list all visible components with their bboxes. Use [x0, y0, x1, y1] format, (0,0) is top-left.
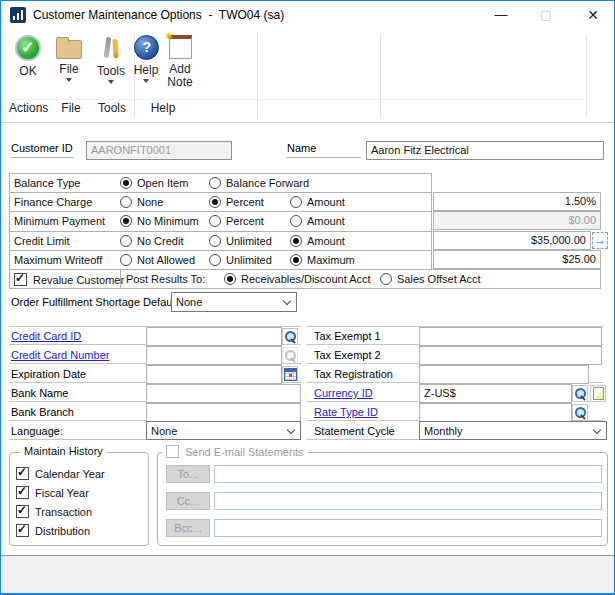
minimize-button[interactable]: — — [485, 1, 517, 29]
fiscal-year-checkbox[interactable]: Fiscal Year — [16, 486, 89, 499]
tools-icon — [98, 35, 124, 61]
expiration-date-field[interactable] — [146, 365, 282, 384]
statement-cycle-label: Statement Cycle — [314, 425, 395, 437]
calendar-year-checkbox[interactable]: Calendar Year — [16, 467, 105, 480]
checkbox-icon — [16, 505, 29, 518]
radio-label: Maximum — [307, 254, 355, 266]
radio-receivables-discount-acct[interactable]: Receivables/Discount Acct — [224, 273, 371, 285]
tax-exempt-2-label: Tax Exempt 2 — [314, 349, 381, 361]
customer-id-field[interactable]: AARONFIT0001 — [86, 141, 232, 160]
radio-sales-offset-acct[interactable]: Sales Offset Acct — [380, 273, 481, 285]
radio-label: Amount — [307, 235, 345, 247]
note-icon — [169, 35, 192, 59]
checkbox-icon — [166, 445, 179, 458]
lookup-icon — [283, 329, 297, 344]
add-note-label-line2: Note — [158, 76, 202, 89]
radio-open-item[interactable]: Open Item — [120, 177, 188, 189]
rate-type-id-link[interactable]: Rate Type ID — [314, 406, 378, 418]
credit-limit-value[interactable]: $35,000.00 — [433, 231, 591, 250]
checkbox-icon — [14, 273, 27, 286]
currency-id-link[interactable]: Currency ID — [314, 387, 373, 399]
language-label: Language: — [11, 425, 63, 437]
currency-id-field[interactable]: Z-US$ — [419, 384, 572, 403]
credit-card-id-lookup-button[interactable] — [282, 328, 298, 345]
tools-button[interactable]: Tools — [90, 35, 132, 84]
radio-icon — [120, 235, 132, 247]
checkbox-icon — [16, 467, 29, 480]
window-title: Customer Maintenance Options - TWO04 (sa… — [33, 8, 284, 22]
close-button[interactable]: ✕ — [577, 1, 609, 29]
radio-no-minimum[interactable]: No Minimum — [120, 215, 199, 227]
radio-amount[interactable]: Amount — [290, 235, 345, 247]
tax-exempt-2-field[interactable] — [419, 346, 602, 365]
currency-id-note-button[interactable] — [590, 385, 606, 402]
maximum-writeoff-row: Maximum Writeoff Not Allowed Unlimited M… — [10, 251, 431, 270]
radio-percent[interactable]: Percent — [209, 196, 264, 208]
radio-icon — [380, 273, 392, 285]
radio-balance-forward[interactable]: Balance Forward — [209, 177, 309, 189]
ok-button[interactable]: OK — [7, 35, 49, 78]
dropdown-value: None — [176, 296, 202, 308]
radio-not-allowed[interactable]: Not Allowed — [120, 254, 195, 266]
bank-branch-field[interactable] — [146, 403, 301, 422]
file-dropdown-arrow-icon — [66, 78, 72, 82]
add-note-button[interactable]: Add Note — [158, 35, 202, 89]
tools-button-label: Tools — [90, 65, 132, 78]
statement-cycle-dropdown[interactable]: Monthly — [419, 421, 607, 440]
bank-name-label: Bank Name — [11, 387, 68, 399]
rate-type-id-field[interactable] — [419, 403, 572, 422]
radio-icon — [209, 235, 221, 247]
finance-charge-value[interactable]: 1.50% — [433, 192, 601, 211]
checkbox-label: Transaction — [35, 506, 92, 518]
revalue-customer-checkbox[interactable]: Revalue Customer — [14, 273, 124, 286]
name-field[interactable]: Aaron Fitz Electrical — [366, 141, 604, 160]
cc-field — [214, 492, 602, 510]
radio-icon — [120, 215, 132, 227]
file-button[interactable]: File — [48, 35, 90, 82]
radio-label: Sales Offset Acct — [397, 273, 481, 285]
radio-icon — [290, 215, 302, 227]
radio-no-credit[interactable]: No Credit — [120, 235, 183, 247]
radio-amount[interactable]: Amount — [290, 196, 345, 208]
bank-name-field[interactable] — [146, 384, 301, 403]
revalue-label: Revalue Customer — [33, 274, 124, 286]
currency-id-lookup-button[interactable] — [572, 385, 588, 402]
language-dropdown[interactable]: None — [146, 421, 301, 440]
radio-unlimited[interactable]: Unlimited — [209, 254, 272, 266]
radio-label: None — [137, 196, 163, 208]
radio-icon — [290, 254, 302, 266]
cc-button: Cc... — [166, 492, 210, 510]
send-email-statements-checkbox: Send E-mail Statements — [162, 445, 308, 458]
revalue-row: Revalue Customer Post Results To: Receiv… — [9, 269, 601, 289]
radio-label: Balance Forward — [226, 177, 309, 189]
radio-icon — [290, 235, 302, 247]
finance-charge-row: Finance Charge None Percent Amount — [10, 193, 431, 212]
maximum-writeoff-label: Maximum Writeoff — [14, 254, 102, 266]
radio-none[interactable]: None — [120, 196, 163, 208]
distribution-checkbox[interactable]: Distribution — [16, 524, 90, 537]
radio-amount[interactable]: Amount — [290, 215, 345, 227]
bcc-field — [214, 519, 602, 537]
calendar-icon — [284, 368, 297, 381]
minimum-payment-label: Minimum Payment — [14, 215, 105, 227]
ok-button-label: OK — [7, 65, 49, 78]
order-fulfillment-shortage-dropdown[interactable]: None — [171, 292, 297, 312]
maximum-writeoff-value[interactable]: $25.00 — [433, 250, 601, 269]
radio-percent[interactable]: Percent — [209, 215, 264, 227]
radio-maximum[interactable]: Maximum — [290, 254, 355, 266]
credit-card-number-field[interactable] — [146, 346, 282, 365]
dropdown-value: Monthly — [424, 425, 463, 437]
radio-label: Amount — [307, 215, 345, 227]
transaction-checkbox[interactable]: Transaction — [16, 505, 92, 518]
to-field — [214, 465, 602, 483]
radio-unlimited[interactable]: Unlimited — [209, 235, 272, 247]
note-page-icon — [593, 387, 604, 400]
credit-card-id-link[interactable]: Credit Card ID — [11, 330, 81, 342]
rate-type-id-lookup-button[interactable] — [572, 404, 588, 421]
credit-limit-expansion-button[interactable]: → — [592, 232, 608, 249]
credit-card-id-field[interactable] — [146, 327, 282, 346]
tax-registration-field[interactable] — [419, 365, 589, 384]
tax-exempt-1-field[interactable] — [419, 327, 602, 346]
credit-card-number-link[interactable]: Credit Card Number — [11, 349, 109, 361]
expiration-date-calendar-button[interactable] — [282, 366, 298, 383]
